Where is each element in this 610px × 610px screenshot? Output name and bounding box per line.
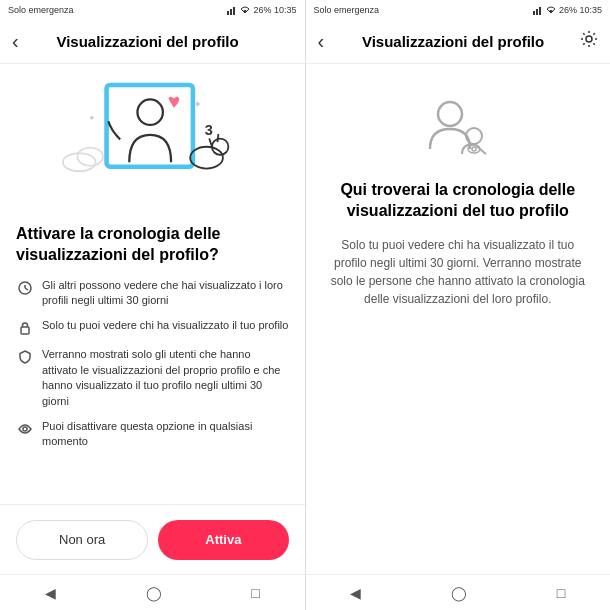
status-right-left-text: Solo emergenza [314, 5, 380, 15]
status-bar-right: Solo emergenza 26% 10:35 [306, 0, 611, 20]
svg-point-4 [138, 99, 163, 124]
lock-icon [16, 319, 34, 337]
bottom-nav-left: ◀ ◯ □ [0, 574, 305, 610]
left-screen: Solo emergenza 26% 10:35 ‹ Visualizzazio… [0, 0, 305, 610]
feature-item-3: Puoi disattivare questa opzione in quals… [16, 419, 289, 450]
svg-point-16 [23, 427, 27, 431]
eye-icon [16, 420, 34, 438]
nav-bar-left: ‹ Visualizzazioni del profilo [0, 20, 305, 64]
wifi-icon [240, 5, 250, 15]
attiva-button[interactable]: Attiva [158, 520, 288, 560]
recent-nav-right[interactable]: □ [557, 585, 565, 601]
non-ora-button[interactable]: Non ora [16, 520, 148, 560]
feature-item-2: Verranno mostrati solo gli utenti che ha… [16, 347, 289, 409]
illustration-svg: 3 ✦ ✦ [52, 69, 252, 219]
feature-text-0: Gli altri possono vedere che hai visuali… [42, 278, 289, 309]
feature-item-1: Solo tu puoi vedere chi ha visualizzato … [16, 318, 289, 337]
svg-point-21 [438, 102, 462, 126]
status-left-text: Solo emergenza [8, 5, 74, 15]
right-screen: Solo emergenza 26% 10:35 ‹ Visualizzazio… [306, 0, 611, 610]
svg-point-22 [466, 128, 482, 144]
right-main-content: Qui troverai la cronologia delle visuali… [306, 64, 611, 574]
battery-text: 26% 10:35 [253, 5, 296, 15]
svg-point-9 [78, 148, 103, 166]
right-heading: Qui troverai la cronologia delle visuali… [326, 180, 591, 222]
battery-text-r: 26% 10:35 [559, 5, 602, 15]
right-description: Solo tu puoi vedere chi ha visualizzato … [326, 236, 591, 308]
svg-rect-19 [539, 7, 541, 15]
back-nav-left[interactable]: ◀ [45, 585, 56, 601]
home-nav-right[interactable]: ◯ [451, 585, 467, 601]
bottom-nav-right: ◀ ◯ □ [306, 574, 611, 610]
profile-icon-area [418, 94, 498, 164]
recent-nav-left[interactable]: □ [251, 585, 259, 601]
illustration-area: 3 ✦ ✦ [16, 64, 289, 224]
status-bar-left: Solo emergenza 26% 10:35 [0, 0, 305, 20]
svg-rect-17 [533, 11, 535, 15]
svg-text:3: 3 [205, 122, 213, 138]
svg-text:✦: ✦ [193, 98, 202, 110]
back-nav-right[interactable]: ◀ [350, 585, 361, 601]
svg-rect-1 [230, 9, 232, 15]
profile-views-icon [418, 94, 498, 164]
svg-point-20 [586, 36, 592, 42]
feature-text-2: Verranno mostrati solo gli utenti che ha… [42, 347, 289, 409]
nav-bar-right: ‹ Visualizzazioni del profilo [306, 20, 611, 64]
nav-title-right: Visualizzazioni del profilo [332, 33, 574, 50]
settings-icon-right[interactable] [574, 30, 598, 53]
signal-icon-r [533, 5, 543, 15]
svg-text:✦: ✦ [89, 113, 97, 123]
nav-title-left: Visualizzazioni del profilo [27, 33, 269, 50]
back-button-right[interactable]: ‹ [318, 30, 325, 53]
wifi-icon-r [546, 5, 556, 15]
svg-rect-2 [233, 7, 235, 15]
svg-point-24 [472, 147, 476, 151]
signal-icon [227, 5, 237, 15]
status-right-right-area: 26% 10:35 [533, 5, 602, 15]
svg-rect-0 [227, 11, 229, 15]
svg-rect-15 [21, 327, 29, 334]
feature-text-3: Puoi disattivare questa opzione in quals… [42, 419, 289, 450]
status-right-area: 26% 10:35 [227, 5, 296, 15]
left-main-content: 3 ✦ ✦ Attivare la cronologia delle visua… [0, 64, 305, 504]
feature-text-1: Solo tu puoi vedere chi ha visualizzato … [42, 318, 288, 333]
clock-icon [16, 279, 34, 297]
back-button-left[interactable]: ‹ [12, 30, 19, 53]
shield-icon [16, 348, 34, 366]
feature-item-0: Gli altri possono vedere che hai visuali… [16, 278, 289, 309]
main-heading: Attivare la cronologia delle visualizzaz… [16, 224, 289, 266]
svg-line-14 [25, 288, 28, 290]
bottom-buttons: Non ora Attiva [0, 504, 305, 574]
home-nav-left[interactable]: ◯ [146, 585, 162, 601]
svg-rect-18 [536, 9, 538, 15]
feature-list: Gli altri possono vedere che hai visuali… [16, 278, 289, 504]
